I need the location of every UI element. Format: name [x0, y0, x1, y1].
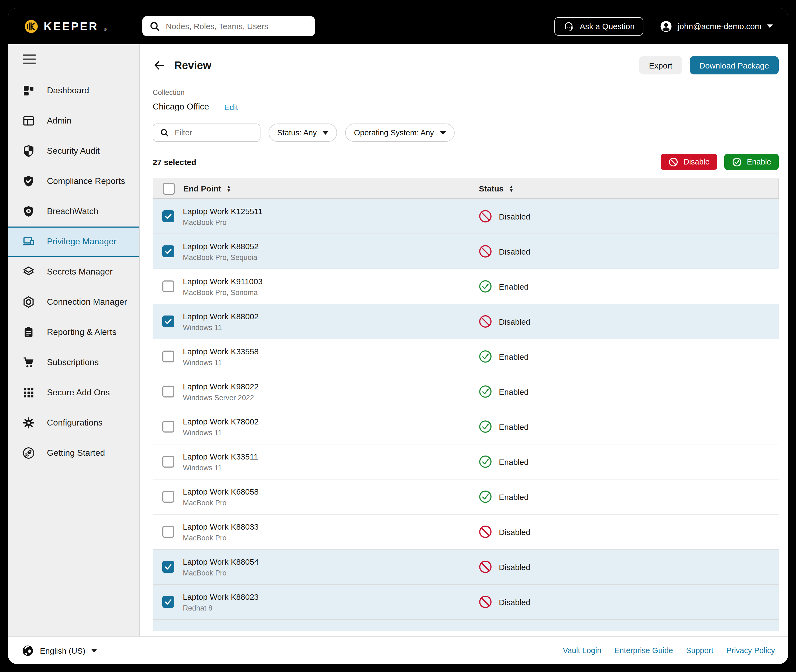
sidebar-item-breachwatch[interactable]: BreachWatch	[8, 196, 139, 227]
privilege-manager-icon	[22, 235, 35, 248]
endpoint-name: Laptop Work K88023	[183, 592, 478, 601]
sidebar-item-admin[interactable]: Admin	[8, 106, 139, 136]
endpoint-name: Laptop Work K33511	[183, 452, 478, 461]
language-selector[interactable]: English (US)	[22, 644, 97, 657]
endpoint-name: Laptop Work K125511	[183, 206, 478, 216]
endpoint-name: Laptop Work K78002	[183, 417, 478, 426]
status-text: Disabled	[499, 317, 531, 326]
caret-down-icon	[440, 131, 446, 134]
collection-name: Chicago Office	[153, 102, 209, 112]
status-disabled-icon	[478, 209, 492, 223]
keeper-logo[interactable]: KEEPER ®	[24, 19, 107, 33]
os-filter-dropdown[interactable]: Operating System: Any	[345, 123, 455, 142]
sidebar-item-privilege-manager[interactable]: Privilege Manager	[8, 227, 139, 257]
sidebar-item-dashboard[interactable]: Dashboard	[8, 75, 139, 106]
sidebar-item-connection-manager[interactable]: Connection Manager	[8, 287, 139, 317]
row-checkbox[interactable]	[162, 561, 174, 573]
filter-input[interactable]	[175, 128, 254, 137]
row-checkbox[interactable]	[162, 596, 174, 608]
table-row[interactable]: Laptop Work K125511 MacBook Pro Disabled	[153, 199, 779, 234]
table-row[interactable]: Laptop Work K68058 MacBook Pro Enabled	[153, 480, 779, 515]
caret-down-icon	[767, 24, 773, 28]
footer: English (US) Vault LoginEnterprise Guide…	[8, 637, 788, 664]
status-text: Disabled	[499, 527, 531, 536]
status-disabled-icon	[478, 314, 492, 328]
sidebar-item-secure-add-ons[interactable]: Secure Add Ons	[8, 378, 139, 408]
row-checkbox[interactable]	[162, 280, 174, 292]
table-row[interactable]: Laptop Work K33511 Windows 11 Enabled	[153, 445, 779, 480]
table-row[interactable]: Laptop Work K88023 Redhat 8 Disabled	[153, 585, 779, 620]
endpoint-os: Windows Server 2022	[183, 394, 478, 402]
table-row[interactable]: Laptop Work K911003 MacBook Pro, Sonoma …	[153, 269, 779, 304]
select-all-checkbox[interactable]	[163, 182, 175, 194]
prohibit-icon	[668, 157, 679, 167]
sort-icon[interactable]: ▲▼	[509, 185, 514, 192]
status-text: Enabled	[499, 457, 529, 466]
screen: KEEPER ® Ask a Question john@acme-demo.c…	[0, 0, 796, 672]
hamburger-menu-icon[interactable]	[22, 54, 36, 67]
endpoint-os: Windows 11	[183, 464, 478, 472]
status-enabled-icon	[478, 419, 492, 434]
keeper-logo-icon	[24, 19, 38, 33]
table-row[interactable]: Laptop Work K88052 MacBook Pro, Sequoia …	[153, 234, 779, 269]
account-menu[interactable]: john@acme-demo.com	[659, 20, 773, 33]
sidebar-item-reporting-alerts[interactable]: Reporting & Alerts	[8, 317, 139, 347]
row-checkbox[interactable]	[162, 315, 174, 327]
row-checkbox[interactable]	[162, 491, 174, 502]
status-text: Disabled	[499, 562, 531, 571]
table-row[interactable]: Laptop Work K78002 Windows 11 Enabled	[153, 410, 779, 445]
endpoint-os: MacBook Pro	[183, 499, 478, 507]
sidebar-item-security-audit[interactable]: Security Audit	[8, 136, 139, 166]
breachwatch-icon	[22, 205, 35, 218]
enable-button[interactable]: Enable	[724, 154, 779, 170]
global-search-input[interactable]	[166, 22, 308, 31]
row-checkbox[interactable]	[162, 526, 174, 538]
table-row[interactable]: Laptop Work K33558 Windows 11 Enabled	[153, 339, 779, 374]
table-row[interactable]: Laptop Work K98022 Windows Server 2022 E…	[153, 374, 779, 410]
registered-mark: ®	[104, 27, 107, 31]
status-enabled-icon	[478, 490, 492, 504]
global-search[interactable]	[142, 16, 315, 36]
row-checkbox[interactable]	[162, 245, 174, 257]
endpoint-name: Laptop Work K88002	[183, 312, 478, 321]
row-checkbox[interactable]	[162, 456, 174, 467]
edit-collection-link[interactable]: Edit	[224, 102, 238, 111]
table-row[interactable]: Laptop Work K88054 MacBook Pro Disabled	[153, 550, 779, 585]
export-button[interactable]: Export	[639, 56, 682, 74]
column-endpoint: End Point	[183, 184, 221, 193]
caret-down-icon	[323, 131, 329, 134]
configurations-icon	[22, 416, 35, 429]
status-filter-dropdown[interactable]: Status: Any	[269, 123, 337, 142]
sidebar-item-secrets-manager[interactable]: Secrets Manager	[8, 257, 139, 287]
account-email: john@acme-demo.com	[678, 22, 761, 31]
search-icon	[149, 20, 160, 32]
ask-a-question-button[interactable]: Ask a Question	[555, 17, 643, 35]
endpoint-name: Laptop Work K88033	[183, 522, 478, 531]
filter-input-box[interactable]	[153, 123, 261, 142]
table-row[interactable]: Laptop Work K88033 MacBook Pro Disabled	[153, 515, 779, 550]
dashboard-icon	[22, 84, 35, 97]
endpoint-os: MacBook Pro	[183, 218, 478, 226]
back-arrow-icon[interactable]	[153, 59, 166, 72]
row-checkbox[interactable]	[162, 421, 174, 432]
footer-link-vault-login[interactable]: Vault Login	[563, 646, 601, 655]
download-package-button[interactable]: Download Package	[689, 56, 779, 74]
sidebar-item-getting-started[interactable]: Getting Started	[8, 438, 139, 468]
sidebar-item-compliance-reports[interactable]: Compliance Reports	[8, 166, 139, 196]
main-content: Review Export Download Package Collectio…	[140, 44, 788, 637]
sidebar-item-configurations[interactable]: Configurations	[8, 408, 139, 438]
secrets-manager-icon	[22, 266, 35, 278]
endpoint-os: MacBook Pro, Sequoia	[183, 253, 478, 261]
row-checkbox[interactable]	[162, 350, 174, 362]
row-checkbox[interactable]	[162, 386, 174, 397]
disable-button[interactable]: Disable	[661, 154, 717, 170]
table-row[interactable]: Laptop Work K88002 Windows 11 Disabled	[153, 304, 779, 339]
row-checkbox[interactable]	[162, 210, 174, 222]
sidebar-item-subscriptions[interactable]: Subscriptions	[8, 347, 139, 378]
endpoint-name: Laptop Work K68058	[183, 487, 478, 496]
footer-link-privacy-policy[interactable]: Privacy Policy	[726, 646, 775, 655]
sort-icon[interactable]: ▲▼	[227, 185, 231, 192]
brand-name: KEEPER	[44, 20, 98, 33]
footer-link-support[interactable]: Support	[686, 646, 713, 655]
footer-link-enterprise-guide[interactable]: Enterprise Guide	[614, 646, 673, 655]
